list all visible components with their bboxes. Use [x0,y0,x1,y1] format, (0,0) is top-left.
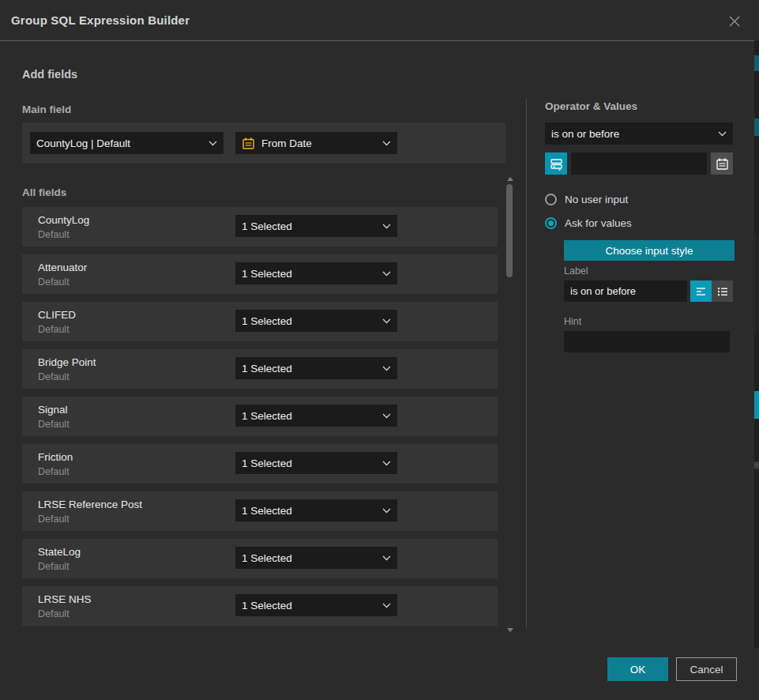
label-caption: Label [564,265,588,277]
panel-divider [526,99,527,628]
hint-input[interactable] [564,331,730,352]
field-subtitle: Default [38,419,70,430]
field-row-statelog: StateLog Default 1 Selected [22,539,498,578]
field-name: Friction [38,451,73,463]
field-row-attenuator: Attenuator Default 1 Selected [22,254,498,294]
field-name: Attenuator [38,262,87,273]
field-selection-dropdown[interactable]: 1 Selected [235,262,397,284]
label-input-row [564,280,733,302]
calendar-icon [716,157,729,171]
operator-select[interactable]: is on or before [545,122,733,145]
operator-values-heading: Operator & Values [545,100,637,112]
field-name: StateLog [38,546,81,558]
date-value-input[interactable] [571,152,707,175]
radio-no-user-input[interactable]: No user input [545,194,628,205]
input-type-icon [550,157,563,171]
scroll-down-arrow-icon[interactable] [507,628,513,632]
field-name: Bridge Point [38,356,96,368]
field-row-lrse-nhs: LRSE NHS Default 1 Selected [22,586,498,626]
field-name: CountyLog [38,214,89,226]
field-subtitle: Default [38,277,70,288]
group-sql-expression-builder-dialog: Group SQL Expression Builder Add fields … [0,0,754,700]
radio-ask-for-values[interactable]: Ask for values [545,217,632,229]
radio-selected-icon [545,217,557,229]
field-subtitle: Default [38,229,70,240]
chevron-down-icon [718,131,727,137]
field-name: LRSE NHS [38,593,92,605]
ok-button[interactable]: OK [607,657,668,681]
hint-caption: Hint [564,316,581,327]
chevron-down-icon [209,141,217,146]
field-selection-dropdown[interactable]: 1 Selected [235,357,397,379]
calendar-icon [242,137,255,150]
main-field-select-value: From Date [261,137,378,149]
main-field-select[interactable]: From Date [235,132,397,154]
fields-list-scrollbar[interactable] [505,175,515,634]
chevron-down-icon [382,141,391,146]
value-input-row [545,152,733,175]
field-name: LRSE Reference Post [38,499,142,510]
chevron-down-icon [382,555,391,561]
chevron-down-icon [382,508,391,514]
list-style-button[interactable] [712,280,733,302]
field-row-friction: Friction Default 1 Selected [22,444,498,484]
choose-input-style-button[interactable]: Choose input style [564,240,735,261]
bulleted-list-icon [716,285,729,298]
chevron-down-icon [382,603,391,608]
field-subtitle: Default [38,324,70,335]
field-selection-dropdown[interactable]: 1 Selected [235,215,397,237]
add-fields-heading: Add fields [22,68,77,81]
main-field-box: CountyLog | Default From Date [22,122,505,164]
label-input[interactable] [564,280,687,302]
field-selection-dropdown[interactable]: 1 Selected [235,594,397,616]
field-selection-dropdown[interactable]: 1 Selected [235,499,397,521]
field-subtitle: Default [38,561,70,572]
main-layer-select-value: CountyLog | Default [36,137,204,149]
input-type-button[interactable] [545,152,567,175]
dialog-titlebar: Group SQL Expression Builder [0,0,754,41]
close-icon [727,14,742,28]
field-row-clifed: CLIFED Default 1 Selected [22,302,498,341]
field-subtitle: Default [38,466,70,477]
cancel-button[interactable]: Cancel [676,657,737,681]
field-selection-dropdown[interactable]: 1 Selected [235,547,397,569]
field-row-countylog: CountyLog Default 1 Selected [22,207,498,247]
radio-unselected-icon [545,194,557,205]
scroll-up-arrow-icon[interactable] [507,177,513,181]
background-app-edge [754,0,759,700]
chevron-down-icon [382,318,391,324]
field-name: CLIFED [38,309,76,321]
date-picker-button[interactable] [711,152,733,175]
field-row-signal: Signal Default 1 Selected [22,397,498,436]
main-field-heading: Main field [22,103,71,115]
close-button[interactable] [724,11,745,32]
field-row-lrse-reference-post: LRSE Reference Post Default 1 Selected [22,491,498,531]
text-lines-icon [695,285,708,298]
chevron-down-icon [382,461,391,466]
field-selection-dropdown[interactable]: 1 Selected [235,310,397,332]
field-subtitle: Default [38,371,70,382]
dialog-title: Group SQL Expression Builder [11,13,190,27]
main-layer-select[interactable]: CountyLog | Default [30,132,224,154]
chevron-down-icon [382,366,391,371]
field-subtitle: Default [38,514,70,525]
field-row-bridge-point: Bridge Point Default 1 Selected [22,349,498,389]
field-subtitle: Default [38,608,70,619]
field-selection-dropdown[interactable]: 1 Selected [235,405,397,427]
chevron-down-icon [382,271,391,277]
field-name: Signal [38,404,68,416]
all-fields-list: CountyLog Default 1 Selected Attenuator … [22,207,498,634]
all-fields-heading: All fields [22,186,66,198]
operator-select-value: is on or before [551,128,713,140]
single-line-style-button[interactable] [690,280,712,302]
chevron-down-icon [382,224,391,229]
scrollbar-thumb[interactable] [506,184,513,277]
chevron-down-icon [382,413,391,419]
field-selection-dropdown[interactable]: 1 Selected [235,452,397,474]
